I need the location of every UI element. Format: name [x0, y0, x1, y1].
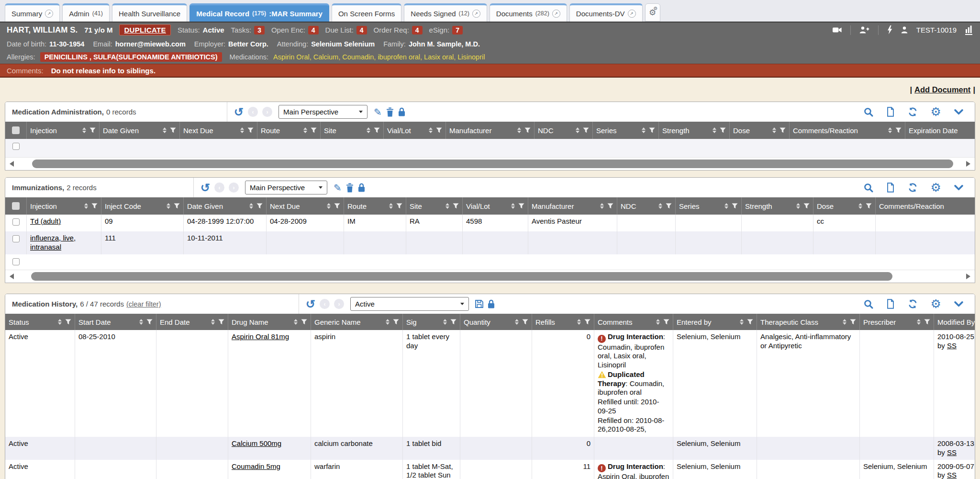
select-all-checkbox[interactable] [5, 122, 26, 139]
sort-icon[interactable] [656, 319, 660, 325]
duplicate-flag[interactable]: DUPLICATE [119, 24, 170, 35]
refresh-icon[interactable] [908, 107, 918, 117]
sort-icon[interactable] [240, 127, 244, 134]
filter-icon[interactable] [780, 127, 786, 133]
col-comments-reaction[interactable]: Comments/Reaction [875, 197, 975, 215]
undo-icon[interactable]: ↺ [234, 106, 244, 118]
filter-icon[interactable] [584, 319, 590, 325]
filter-icon[interactable] [301, 319, 307, 325]
open-enc-count-badge[interactable]: 4 [308, 26, 319, 34]
sort-icon[interactable] [658, 203, 662, 209]
filter-icon[interactable] [174, 203, 180, 209]
prev-page-icon[interactable]: ‹ [248, 107, 258, 117]
drug-link[interactable]: Coumadin 5mg [232, 462, 280, 470]
col-strength[interactable]: Strength [658, 122, 729, 139]
filter-icon[interactable] [666, 203, 672, 209]
drug-link[interactable]: Calcium 500mg [232, 439, 281, 447]
col-refills[interactable]: Refills [532, 314, 594, 330]
sort-icon[interactable] [84, 203, 88, 209]
filter-icon[interactable] [396, 203, 402, 209]
popout-icon[interactable]: ↗ [552, 10, 560, 18]
tab-health-surveillance[interactable]: Health Surveillance [112, 3, 187, 22]
col-next-due[interactable]: Next Due [179, 122, 257, 139]
scroll-right-arrow[interactable] [966, 274, 970, 279]
filter-icon[interactable] [170, 127, 176, 133]
col-ndc[interactable]: NDC [617, 197, 675, 215]
col-injection[interactable]: Injection [26, 122, 99, 139]
perspective-select[interactable]: Main Perspective [278, 105, 368, 119]
clear-filter-link[interactable]: (clear filter) [126, 300, 161, 308]
tab-summary[interactable]: Summary↗ [5, 3, 60, 22]
lock-icon[interactable] [398, 107, 405, 116]
collapse-chevron-icon[interactable] [954, 109, 963, 115]
document-icon[interactable] [886, 107, 895, 117]
filter-icon[interactable] [311, 127, 317, 133]
sort-icon[interactable] [303, 127, 307, 134]
scroll-thumb[interactable] [31, 272, 892, 281]
col-site[interactable]: Site [406, 197, 462, 215]
filter-icon[interactable] [924, 319, 930, 325]
immunization-link[interactable]: influenza, live, intranasal [30, 234, 76, 251]
col-prescriber[interactable]: Prescriber [859, 314, 934, 330]
filter-icon[interactable] [524, 127, 531, 133]
col-modified-by[interactable]: Modified By [934, 314, 975, 330]
col-manufacturer[interactable]: Manufacturer [445, 122, 534, 139]
edit-pencil-icon[interactable]: ✎ [334, 182, 342, 194]
tab-documents-dv[interactable]: Documents-DV↗ [569, 3, 643, 22]
undo-icon[interactable]: ↺ [306, 298, 315, 310]
sort-icon[interactable] [82, 127, 86, 134]
row-checkbox[interactable] [12, 258, 20, 265]
drug-link[interactable]: Aspirin Oral 81mg [232, 332, 289, 341]
filter-icon[interactable] [218, 319, 224, 325]
modified-by-user-link[interactable]: SS [947, 448, 957, 456]
sort-icon[interactable] [249, 203, 253, 209]
tasks-count-badge[interactable]: 3 [254, 26, 265, 34]
immunization-link[interactable]: Td (adult) [30, 217, 61, 225]
sort-icon[interactable] [443, 319, 447, 325]
sort-icon[interactable] [724, 203, 728, 209]
filter-icon[interactable] [393, 319, 399, 325]
next-page-icon[interactable]: › [334, 299, 344, 309]
sort-icon[interactable] [858, 203, 862, 209]
filter-icon[interactable] [247, 127, 254, 133]
medications-links[interactable]: Aspirin Oral, Calcium, Coumadin, ibuprof… [273, 53, 485, 61]
scroll-left-arrow[interactable] [10, 274, 14, 279]
sort-icon[interactable] [576, 127, 579, 134]
col-injection[interactable]: Injection [26, 197, 101, 215]
gear-icon[interactable]: ⚙ [931, 106, 941, 118]
filter-icon[interactable] [374, 127, 380, 133]
col-ndc[interactable]: NDC [534, 122, 592, 139]
col-dose[interactable]: Dose [813, 197, 875, 215]
tab-documents[interactable]: Documents(282)↗ [490, 3, 567, 22]
sort-icon[interactable] [163, 127, 167, 134]
col-generic-name[interactable]: Generic Name [311, 314, 402, 330]
filter-icon[interactable] [663, 319, 669, 325]
gear-icon[interactable]: ⚙ [931, 298, 941, 310]
status-filter-select[interactable]: Active [350, 297, 469, 311]
filter-icon[interactable] [720, 127, 726, 133]
sort-icon[interactable] [167, 203, 170, 209]
sort-icon[interactable] [211, 319, 215, 325]
scroll-left-arrow[interactable] [10, 161, 14, 167]
filter-icon[interactable] [607, 203, 613, 209]
sort-icon[interactable] [600, 203, 604, 209]
tab-needs-signed[interactable]: Needs Signed(12)↗ [404, 3, 487, 22]
document-icon[interactable] [886, 299, 895, 309]
col-site[interactable]: Site [320, 122, 383, 139]
sort-icon[interactable] [367, 127, 370, 134]
filter-icon[interactable] [803, 203, 810, 209]
filter-icon[interactable] [450, 319, 457, 325]
col-date-given[interactable]: Date Given [183, 197, 266, 215]
col-next-due[interactable]: Next Due [266, 197, 344, 215]
col-series[interactable]: Series [675, 197, 741, 215]
modified-by-user-link[interactable]: SS [947, 342, 957, 350]
video-camera-icon[interactable] [833, 26, 842, 34]
col-comments[interactable]: Comments [594, 314, 673, 330]
sort-icon[interactable] [327, 203, 331, 209]
select-all-checkbox[interactable] [5, 197, 26, 215]
filter-icon[interactable] [522, 319, 528, 325]
col-end-date[interactable]: End Date [156, 314, 228, 330]
col-dose[interactable]: Dose [729, 122, 789, 139]
popout-icon[interactable]: ↗ [472, 10, 480, 18]
col-comments-reaction[interactable]: Comments/Reaction [789, 122, 905, 139]
